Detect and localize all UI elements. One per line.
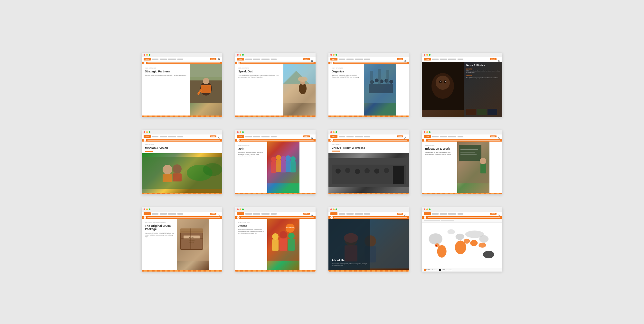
donate-button-2[interactable]: DONATE [303,58,310,60]
nav-links-3 [339,59,397,60]
card-image-education [457,142,489,193]
dot-red [237,131,239,133]
donate-button-3[interactable]: DONATE [397,58,403,60]
nav-link [271,136,277,137]
donate-button-11[interactable]: DONATE [397,213,403,215]
screenshot-grid: care DONATE ! HOME > GET INVOLVED Strate… [122,33,522,291]
dot-red [330,208,332,210]
card-care-history[interactable]: care DONATE ! HOME > ABOUT US CARE's His… [328,130,409,194]
card-care-package[interactable]: care DONATE ! HOME > ABOUT US > CARE HIS… [142,207,222,272]
donate-button[interactable]: DONATE [210,58,216,60]
donate-button-5[interactable]: DONATE [210,135,216,137]
donate-button-6[interactable]: DONATE [303,135,310,137]
alert-icon-11: ! [330,216,333,219]
card-speak-out[interactable]: care DONATE ! HOME > GET INVOLVED Speak … [235,53,316,117]
card-attend[interactable]: care DONATE ! HOME > GET INVOLVED Attend… [235,207,316,272]
svg-point-80 [480,158,486,164]
care-nav-1: care DONATE [142,57,222,62]
card-text-attend: HOME > GET INVOLVED Attend Meet fellow p… [235,219,267,270]
card-organize[interactable]: care DONATE ! HOME > GET INVOLVED Organi… [328,53,409,117]
dot-yellow [426,131,428,133]
card-text-organize: HOME > GET INVOLVED Organize Want to get… [328,64,364,116]
search-icon-2[interactable] [311,58,314,60]
search-icon-6[interactable] [311,135,314,138]
card-desc-join: Interested in becoming involved with CAR… [238,152,264,157]
nav-link [448,59,456,60]
svg-point-6 [203,78,209,84]
card-title-organize: Organize [332,70,361,73]
browser-chrome-8 [422,130,502,134]
svg-point-97 [272,233,279,240]
breadcrumb-10: HOME > GET INVOLVED [238,222,264,223]
search-icon-9[interactable] [218,212,220,215]
alert-bar-10: ! [235,216,316,219]
nav-link [364,59,370,60]
news-item-1: EMERGENCY CARE International releases re… [466,69,500,73]
donate-button-12[interactable]: DONATE [490,213,497,215]
alert-icon: ! [144,62,146,64]
alert-text-9 [147,217,220,218]
nav-news [168,59,176,60]
search-icon-5[interactable] [218,135,220,138]
search-icon-8[interactable] [498,135,500,138]
news-thumbnails [466,109,500,115]
card-education-work[interactable]: care DONATE ! HOME > OUR WORK Education … [422,130,502,194]
svg-point-22 [375,79,379,82]
alert-icon-12: ! [424,216,426,219]
dot-green [149,131,150,133]
news-stories-body: News & Stories EMERGENCY CARE Internatio… [422,62,502,117]
svg-point-51 [271,157,276,162]
nav-link [440,213,447,215]
search-icon-10[interactable] [311,212,314,215]
dot-green [336,131,337,133]
care-logo-3: care [330,58,337,60]
svg-rect-100 [272,239,279,251]
nav-link [253,59,260,60]
card-body-2: HOME > GET INVOLVED Speak Out There are … [235,64,316,116]
donate-button-8[interactable]: DONATE [490,135,497,137]
card-about-us[interactable]: care DONATE ! [328,207,409,272]
care-nav-7: care DONATE [328,134,409,139]
about-us-text-panel: About Us We save lives, defeat poverty, … [328,219,370,270]
news-right: News & Stories EMERGENCY CARE Internatio… [464,62,502,117]
svg-point-0 [218,58,219,60]
dot-red [144,131,145,133]
donate-button-4[interactable]: DONATE [490,58,497,60]
donate-button-9[interactable]: DONATE [210,213,216,215]
search-icon-4[interactable] [498,58,500,60]
nav-link [458,213,463,215]
donate-button-7[interactable]: DONATE [397,135,403,137]
card-world-map[interactable]: care DONATE ! [422,207,502,272]
search-icon-11[interactable] [404,212,407,215]
nav-links-2 [245,59,303,60]
card-desc-package: Named after World War II, the CARE Packa… [145,232,174,238]
search-icon-12[interactable] [498,212,500,215]
nav-link [339,136,345,137]
svg-rect-29 [386,70,389,84]
nav-link [271,59,277,60]
search-icon[interactable] [218,58,220,60]
search-icon-7[interactable] [404,135,407,138]
alert-bar-9: ! [142,216,222,219]
card-strategic-partners[interactable]: care DONATE ! HOME > GET INVOLVED Strate… [142,53,222,117]
nav-link [355,213,363,215]
nav-link [152,136,158,137]
card-desc-organize: Want to get your friends and family invo… [332,74,361,78]
donate-button-10[interactable]: DONATE [303,213,310,215]
search-icon-3[interactable] [404,58,407,60]
card-mission-vision[interactable]: care DONATE ! HOME > ABOUT US Mission & … [142,130,222,194]
card-join[interactable]: care DONATE ! HOME > GET INVOLVED Join I… [235,130,316,194]
card-title-attend: Attend [238,224,264,228]
care-logo-11: care [330,212,337,215]
dot-red [237,54,239,56]
news-thumb-3 [488,109,497,115]
browser-chrome-12 [422,207,502,212]
svg-rect-60 [290,161,296,172]
news-tag-2: ADVOCACY [466,75,500,77]
care-logo-9: care [144,212,151,215]
card-news-stories[interactable]: care DONATE [422,53,502,117]
news-title: News & Stories [466,64,500,67]
care-nav-11: care DONATE [328,212,409,216]
breadcrumb-6: HOME > GET INVOLVED [238,145,264,146]
nav-our-work [152,59,158,60]
